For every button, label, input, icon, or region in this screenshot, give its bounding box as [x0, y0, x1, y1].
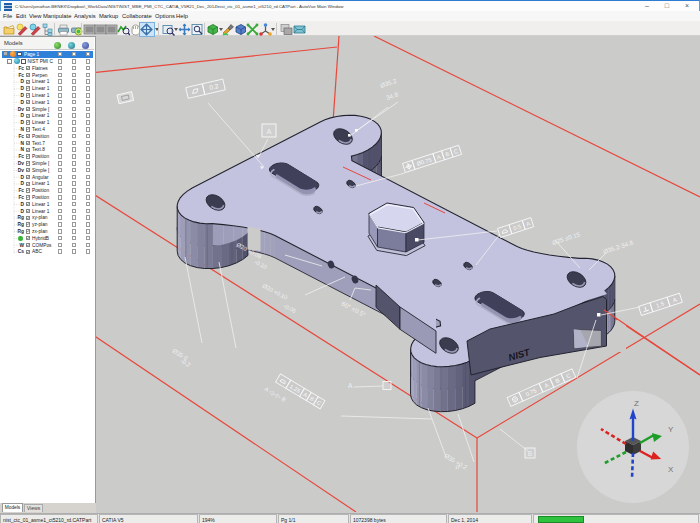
svg-text:A: A: [266, 127, 271, 136]
svg-text:-0.05: -0.05: [283, 303, 297, 315]
svg-text:B: B: [528, 450, 532, 457]
svg-text:Z: Z: [634, 399, 639, 408]
svg-text:34.8: 34.8: [385, 90, 399, 101]
svg-text:Ø35.2: Ø35.2: [379, 77, 398, 89]
svg-text:Y: Y: [668, 425, 674, 434]
svg-text:-0.2: -0.2: [179, 358, 192, 369]
svg-text:-0.10: -0.10: [254, 259, 268, 271]
svg-text:Ø35.2-34.8: Ø35.2-34.8: [602, 239, 634, 255]
svg-text:Ø25 ±0.15: Ø25 ±0.15: [551, 230, 581, 246]
svg-text:X: X: [668, 465, 674, 474]
svg-text:A: A: [348, 382, 353, 389]
svg-text:Ø20 +0.10: Ø20 +0.10: [262, 283, 289, 301]
svg-text:A ◁─▷ B: A ◁─▷ B: [263, 386, 286, 403]
